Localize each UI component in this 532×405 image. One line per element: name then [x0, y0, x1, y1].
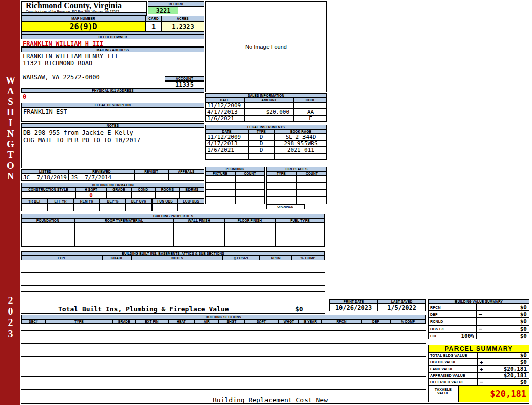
effyr-label: EFF YR — [48, 199, 73, 204]
instr-row-empty — [275, 153, 327, 160]
legal-description-box[interactable]: FRANKLIN EST — [21, 107, 204, 122]
fireplace-cell — [266, 197, 296, 204]
effyr-value — [48, 204, 73, 211]
bvs-op: – — [479, 326, 482, 332]
bvs-extra: 100% — [461, 333, 475, 339]
grade-label: GRADE — [106, 187, 131, 192]
bs-whgt-label: WHGT — [279, 319, 299, 324]
bvs-row-label: LCF 100% — [428, 332, 476, 339]
ps-row-label: TOTAL BLDG VALUE — [428, 352, 477, 359]
revisit-value — [134, 174, 168, 181]
ps-row-value: + $0 — [477, 359, 529, 366]
foundation-box — [21, 223, 74, 247]
bvs-value: $0 — [520, 311, 527, 318]
fireplace-cell — [266, 176, 296, 183]
bdrms-label: BDRMS — [180, 187, 204, 192]
bvs-label: OBS F/E — [430, 327, 445, 331]
plumbing-cell — [235, 190, 265, 197]
instr-date-label: DATE — [205, 129, 248, 134]
card-value[interactable]: 1 — [145, 21, 162, 32]
notes-box[interactable]: DB 298-955 from Jackie E Kelly CHG MAIL … — [21, 128, 204, 168]
bvs-row-label: DEP — [428, 311, 476, 318]
plumbing-cell — [205, 197, 235, 204]
plumbing-cell — [205, 183, 235, 190]
bvs-row-value: $0 — [476, 318, 529, 325]
floor-finish-label: FLOOR FINISH — [224, 218, 275, 223]
bs-comp-label: % COMP — [391, 319, 426, 324]
map-number-label: MAP NUMBER — [21, 16, 145, 21]
taxable-value-box: $20,181 — [459, 385, 529, 402]
instr-type-label: TYPE — [248, 129, 275, 134]
reviewed-by: JS — [71, 174, 78, 181]
record-value[interactable]: 3221 — [148, 7, 178, 14]
fuel-type-box — [275, 223, 325, 247]
plumbing-cell — [205, 176, 235, 183]
depovr-label: DEP OVR — [126, 199, 152, 204]
footer-text: Building Replacement Cost New — [213, 396, 328, 404]
builtins-comp-label: % COMP — [291, 256, 325, 260]
cond-label: COND — [131, 187, 155, 192]
fireplace-cell — [296, 197, 327, 204]
ps-row-label: LAND VALUE — [428, 366, 477, 372]
hsqft-value: 0 — [75, 192, 106, 199]
instr-row-date: 11/12/2009 — [205, 134, 248, 140]
funobs-label: FUN OBS — [152, 199, 178, 204]
builtins-total-value: $0 — [295, 305, 303, 313]
hsqft-label: H SQFT — [75, 187, 106, 192]
builtins-qty-label: QTY/SIZE — [223, 256, 260, 260]
ps-row-label: APPRAISED VALUE — [428, 372, 477, 379]
instr-row-book: 2021 011 — [275, 147, 327, 153]
taxable-value: $20,181 — [490, 389, 526, 399]
property-record-card: WASHINGTON 2023 Richmond County, Virgini… — [0, 0, 532, 405]
bvs-label: DEP — [430, 313, 438, 316]
bdrms-value — [180, 192, 204, 199]
sales-code-label: CODE — [294, 98, 327, 102]
fireplace-cell — [296, 190, 327, 197]
builtins-notes-label: NOTES — [132, 256, 223, 260]
bvs-value: $0 — [520, 318, 527, 325]
grade-value — [106, 192, 131, 199]
account-value[interactable]: 11335 — [165, 81, 204, 88]
fireplace-cell — [266, 190, 296, 197]
building-value-summary-title: BUILDING VALUE SUMMARY — [428, 299, 529, 304]
property-image-placeholder[interactable]: No Image Found — [205, 1, 327, 92]
ps-row-value: $20,181 — [477, 372, 529, 379]
fireplace-type-label: TYPE — [266, 171, 296, 176]
builtins-total-label: Total Built Ins, Plumbing & Fireplace Va… — [58, 305, 229, 313]
print-date-value: 10/26/2023 — [329, 304, 378, 311]
ps-label: LAND VALUE — [430, 367, 454, 371]
ps-label: OBLDG VALUE — [430, 360, 457, 364]
map-number-value[interactable]: 26(9)D — [21, 21, 145, 32]
openings-label: OPENINGS — [266, 204, 305, 209]
ecoobs-label: ECO OBS — [178, 199, 204, 204]
sales-row-code: E — [294, 115, 327, 122]
taxable-label-line2: VALUE — [429, 391, 458, 395]
physical-address-label: PHYSICAL 911 ADDRESS — [21, 88, 204, 93]
bs-sec-label: SEC# — [21, 319, 46, 324]
instr-book-label: BOOK PAGE — [275, 129, 327, 134]
mailing-address-label: MAILING ADDRESS — [21, 48, 204, 52]
card-label: CARD — [145, 16, 162, 21]
fireplace-count-label: COUNT — [296, 171, 327, 176]
parcel-summary-title: PARCEL SUMMARY — [428, 345, 529, 352]
ecoobs-value — [178, 204, 204, 211]
roof-label: ROOF TYPE/MATERIAL — [74, 218, 174, 223]
sales-information-title: SALES INFORMATION — [205, 93, 327, 98]
construction-style-value — [21, 192, 75, 199]
bvs-row-value: – $0 — [476, 311, 529, 318]
appeals-label: APPEALS — [168, 169, 204, 174]
bvs-row-value: – $0 — [476, 325, 529, 332]
record-label: RECORD — [148, 1, 204, 7]
mailing-address-line1: FRANKLIN WILLIAM HENRY III — [23, 53, 118, 60]
last-saved-value: 1/5/2022 — [378, 304, 426, 311]
sales-row-amount — [244, 102, 294, 109]
sales-row-amount: $20,000 — [244, 109, 294, 115]
ps-value: $20,181 — [504, 372, 527, 379]
revisit-label: REVISIT — [134, 169, 168, 174]
acres-value[interactable]: 1.2323 — [162, 21, 204, 32]
ps-label: APPRAISED VALUE — [430, 374, 465, 377]
page-bottom-border — [21, 403, 529, 404]
account-label: ACCOUNT — [165, 76, 204, 81]
bs-heat-label: HEAT — [168, 319, 195, 324]
ps-value: $0 — [520, 359, 527, 366]
